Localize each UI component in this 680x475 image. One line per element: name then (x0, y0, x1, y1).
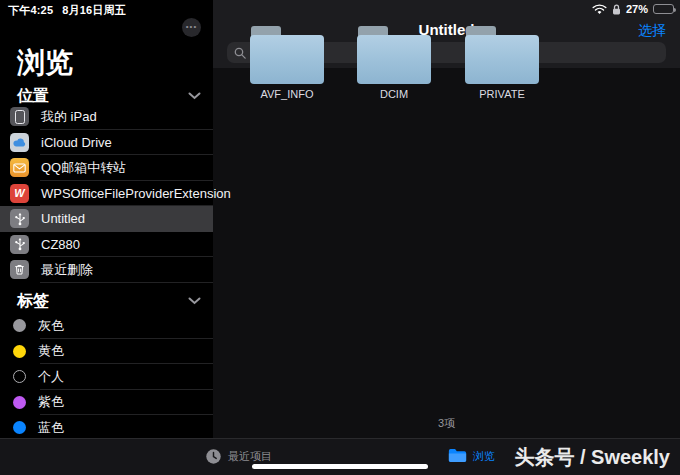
tab-label: 浏览 (473, 449, 495, 464)
status-time-date: 下午4:258月16日周五 (8, 3, 135, 18)
clock-icon (205, 448, 222, 465)
battery-icon (653, 4, 674, 14)
folder-icon (250, 26, 324, 84)
status-time: 下午4:25 (8, 4, 53, 16)
usb-icon (10, 209, 29, 228)
tab-bar: 最近项目 浏览 头条号 / Sweekly (0, 438, 680, 475)
tab-label: 最近项目 (228, 449, 272, 464)
sidebar-item-icloud-drive[interactable]: iCloud Drive (0, 130, 213, 156)
tag-item-gray[interactable]: 灰色 (0, 313, 213, 339)
tag-item-yellow[interactable]: 黄色 (0, 339, 213, 365)
locations-list: 我的 iPad iCloud Drive QQ邮箱中转站 W WPSOffice… (0, 104, 213, 283)
files-app-screen: 下午4:258月16日周五 27% ••• 浏览 位置 (0, 0, 680, 475)
status-date: 8月16日周五 (62, 4, 126, 16)
sidebar-item-label: QQ邮箱中转站 (41, 159, 126, 177)
more-options-button[interactable]: ••• (182, 18, 201, 37)
tag-color-dot (13, 345, 26, 358)
home-indicator[interactable] (252, 464, 428, 469)
tags-list: 灰色 黄色 个人 紫色 蓝色 (0, 313, 213, 441)
sidebar-title: 浏览 (17, 44, 73, 82)
tag-label: 黄色 (38, 342, 64, 360)
trash-icon (10, 260, 29, 279)
sidebar-item-cz880[interactable]: CZ880 (0, 232, 213, 258)
chevron-down-icon[interactable] (188, 297, 201, 305)
sidebar-item-recently-deleted[interactable]: 最近删除 (0, 257, 213, 283)
icloud-icon (10, 133, 29, 152)
tag-color-dot (13, 421, 26, 434)
rotation-lock-icon (612, 4, 621, 15)
tag-color-dot (13, 319, 26, 332)
folder-private[interactable]: PRIVATE (465, 26, 539, 100)
sidebar-item-label: 我的 iPad (41, 108, 97, 126)
folder-name: PRIVATE (465, 88, 539, 100)
chevron-down-icon[interactable] (188, 92, 201, 100)
folder-name: DCIM (357, 88, 431, 100)
folder-icon (448, 448, 467, 464)
folder-dcim[interactable]: DCIM (357, 26, 431, 100)
usb-icon (10, 235, 29, 254)
folder-icon (465, 26, 539, 84)
tag-label: 灰色 (38, 317, 64, 335)
tags-section-header[interactable]: 标签 (17, 291, 49, 312)
tag-item-blue[interactable]: 蓝色 (0, 415, 213, 441)
main-content: Untitled 选择 AVF_INFO DCIM PRIVATE 3项 (213, 0, 680, 438)
tab-browse[interactable]: 浏览 (448, 448, 495, 464)
tab-recents[interactable]: 最近项目 (205, 448, 272, 465)
tag-label: 蓝色 (38, 419, 64, 437)
folder-name: AVF_INFO (250, 88, 324, 100)
sidebar-item-label: CZ880 (41, 237, 80, 252)
tag-item-purple[interactable]: 紫色 (0, 390, 213, 416)
tag-item-personal[interactable]: 个人 (0, 364, 213, 390)
folder-avf-info[interactable]: AVF_INFO (250, 26, 324, 100)
ipad-icon (10, 107, 29, 126)
sidebar: ••• 浏览 位置 我的 iPad iCloud Drive QQ邮箱中转站 (0, 0, 213, 438)
select-button[interactable]: 选择 (638, 22, 666, 40)
tag-color-dot (13, 370, 26, 383)
tag-label: 紫色 (38, 393, 64, 411)
battery-percent: 27% (626, 3, 648, 15)
wps-icon: W (10, 184, 29, 203)
item-count: 3项 (213, 416, 680, 431)
status-bar: 下午4:258月16日周五 27% (0, 0, 680, 18)
sidebar-item-qq-mail[interactable]: QQ邮箱中转站 (0, 155, 213, 181)
folder-icon (357, 26, 431, 84)
sidebar-item-label: 最近删除 (41, 261, 93, 279)
sidebar-item-label: WPSOfficeFileProviderExtension (41, 186, 231, 201)
sidebar-item-untitled[interactable]: Untitled (0, 206, 213, 232)
sidebar-item-label: iCloud Drive (41, 135, 112, 150)
sidebar-item-label: Untitled (41, 211, 85, 226)
sidebar-item-wps[interactable]: W WPSOfficeFileProviderExtension (0, 181, 213, 207)
search-icon (234, 47, 246, 59)
watermark: 头条号 / Sweekly (514, 444, 670, 471)
tag-color-dot (13, 396, 26, 409)
sidebar-item-my-ipad[interactable]: 我的 iPad (0, 104, 213, 130)
qq-mail-icon (10, 158, 29, 177)
tag-label: 个人 (38, 368, 64, 386)
wifi-icon (592, 4, 607, 15)
